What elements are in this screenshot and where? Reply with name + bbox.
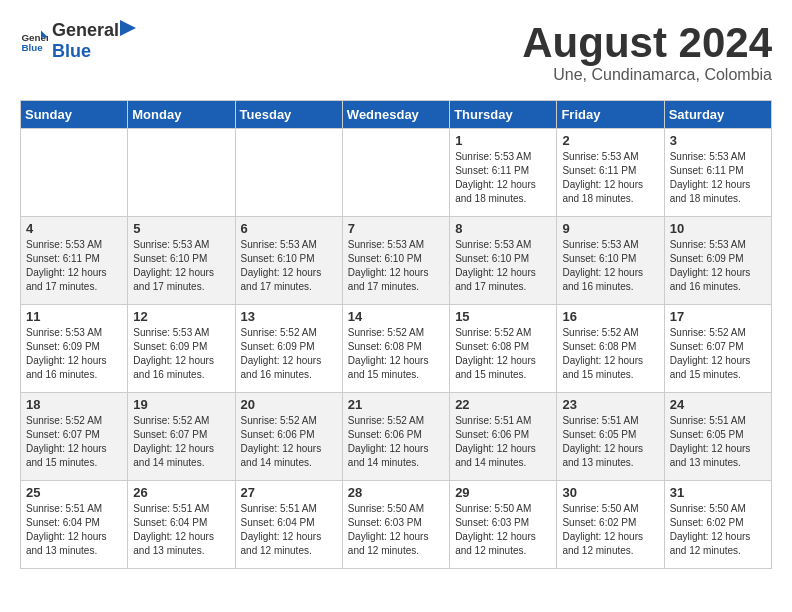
day-number: 29 <box>455 485 551 500</box>
main-title: August 2024 <box>522 20 772 66</box>
day-number: 27 <box>241 485 337 500</box>
day-info: Sunrise: 5:53 AM Sunset: 6:10 PM Dayligh… <box>241 238 337 294</box>
day-info: Sunrise: 5:52 AM Sunset: 6:08 PM Dayligh… <box>348 326 444 382</box>
day-info: Sunrise: 5:53 AM Sunset: 6:10 PM Dayligh… <box>562 238 658 294</box>
calendar-day-cell: 30Sunrise: 5:50 AM Sunset: 6:02 PM Dayli… <box>557 481 664 569</box>
day-info: Sunrise: 5:51 AM Sunset: 6:04 PM Dayligh… <box>133 502 229 558</box>
day-number: 1 <box>455 133 551 148</box>
calendar-day-cell <box>235 129 342 217</box>
calendar-day-cell: 13Sunrise: 5:52 AM Sunset: 6:09 PM Dayli… <box>235 305 342 393</box>
day-of-week-header: Wednesday <box>342 101 449 129</box>
calendar-day-cell: 4Sunrise: 5:53 AM Sunset: 6:11 PM Daylig… <box>21 217 128 305</box>
calendar-week-row: 1Sunrise: 5:53 AM Sunset: 6:11 PM Daylig… <box>21 129 772 217</box>
day-info: Sunrise: 5:51 AM Sunset: 6:04 PM Dayligh… <box>26 502 122 558</box>
calendar-week-row: 18Sunrise: 5:52 AM Sunset: 6:07 PM Dayli… <box>21 393 772 481</box>
day-number: 9 <box>562 221 658 236</box>
day-info: Sunrise: 5:53 AM Sunset: 6:11 PM Dayligh… <box>562 150 658 206</box>
calendar-day-cell: 26Sunrise: 5:51 AM Sunset: 6:04 PM Dayli… <box>128 481 235 569</box>
day-number: 18 <box>26 397 122 412</box>
day-of-week-header: Monday <box>128 101 235 129</box>
day-info: Sunrise: 5:52 AM Sunset: 6:06 PM Dayligh… <box>241 414 337 470</box>
calendar-header: SundayMondayTuesdayWednesdayThursdayFrid… <box>21 101 772 129</box>
day-info: Sunrise: 5:52 AM Sunset: 6:09 PM Dayligh… <box>241 326 337 382</box>
calendar-day-cell: 25Sunrise: 5:51 AM Sunset: 6:04 PM Dayli… <box>21 481 128 569</box>
logo-triangle-icon <box>120 20 136 36</box>
day-info: Sunrise: 5:53 AM Sunset: 6:09 PM Dayligh… <box>670 238 766 294</box>
calendar-day-cell <box>21 129 128 217</box>
calendar-day-cell: 9Sunrise: 5:53 AM Sunset: 6:10 PM Daylig… <box>557 217 664 305</box>
day-info: Sunrise: 5:51 AM Sunset: 6:06 PM Dayligh… <box>455 414 551 470</box>
day-of-week-header: Saturday <box>664 101 771 129</box>
day-info: Sunrise: 5:53 AM Sunset: 6:11 PM Dayligh… <box>670 150 766 206</box>
calendar-day-cell: 7Sunrise: 5:53 AM Sunset: 6:10 PM Daylig… <box>342 217 449 305</box>
day-number: 23 <box>562 397 658 412</box>
day-info: Sunrise: 5:50 AM Sunset: 6:02 PM Dayligh… <box>670 502 766 558</box>
calendar-day-cell: 18Sunrise: 5:52 AM Sunset: 6:07 PM Dayli… <box>21 393 128 481</box>
logo-general-text: General <box>52 20 119 41</box>
day-info: Sunrise: 5:51 AM Sunset: 6:04 PM Dayligh… <box>241 502 337 558</box>
calendar-day-cell: 23Sunrise: 5:51 AM Sunset: 6:05 PM Dayli… <box>557 393 664 481</box>
day-info: Sunrise: 5:50 AM Sunset: 6:02 PM Dayligh… <box>562 502 658 558</box>
calendar-day-cell: 17Sunrise: 5:52 AM Sunset: 6:07 PM Dayli… <box>664 305 771 393</box>
page-header: General Blue General Blue August 2024 Un… <box>20 20 772 84</box>
day-number: 5 <box>133 221 229 236</box>
day-info: Sunrise: 5:51 AM Sunset: 6:05 PM Dayligh… <box>562 414 658 470</box>
calendar-week-row: 11Sunrise: 5:53 AM Sunset: 6:09 PM Dayli… <box>21 305 772 393</box>
calendar-day-cell: 21Sunrise: 5:52 AM Sunset: 6:06 PM Dayli… <box>342 393 449 481</box>
day-info: Sunrise: 5:53 AM Sunset: 6:10 PM Dayligh… <box>455 238 551 294</box>
calendar-day-cell: 31Sunrise: 5:50 AM Sunset: 6:02 PM Dayli… <box>664 481 771 569</box>
calendar-day-cell: 10Sunrise: 5:53 AM Sunset: 6:09 PM Dayli… <box>664 217 771 305</box>
day-number: 13 <box>241 309 337 324</box>
day-info: Sunrise: 5:52 AM Sunset: 6:08 PM Dayligh… <box>455 326 551 382</box>
day-info: Sunrise: 5:51 AM Sunset: 6:05 PM Dayligh… <box>670 414 766 470</box>
calendar-body: 1Sunrise: 5:53 AM Sunset: 6:11 PM Daylig… <box>21 129 772 569</box>
calendar-day-cell: 1Sunrise: 5:53 AM Sunset: 6:11 PM Daylig… <box>450 129 557 217</box>
day-of-week-header: Tuesday <box>235 101 342 129</box>
day-info: Sunrise: 5:53 AM Sunset: 6:10 PM Dayligh… <box>133 238 229 294</box>
calendar-day-cell: 11Sunrise: 5:53 AM Sunset: 6:09 PM Dayli… <box>21 305 128 393</box>
day-number: 12 <box>133 309 229 324</box>
calendar-day-cell: 14Sunrise: 5:52 AM Sunset: 6:08 PM Dayli… <box>342 305 449 393</box>
day-number: 4 <box>26 221 122 236</box>
calendar-day-cell: 15Sunrise: 5:52 AM Sunset: 6:08 PM Dayli… <box>450 305 557 393</box>
day-info: Sunrise: 5:52 AM Sunset: 6:08 PM Dayligh… <box>562 326 658 382</box>
day-number: 21 <box>348 397 444 412</box>
day-info: Sunrise: 5:53 AM Sunset: 6:09 PM Dayligh… <box>26 326 122 382</box>
title-area: August 2024 Une, Cundinamarca, Colombia <box>522 20 772 84</box>
calendar-day-cell: 22Sunrise: 5:51 AM Sunset: 6:06 PM Dayli… <box>450 393 557 481</box>
calendar-day-cell: 28Sunrise: 5:50 AM Sunset: 6:03 PM Dayli… <box>342 481 449 569</box>
calendar-day-cell: 8Sunrise: 5:53 AM Sunset: 6:10 PM Daylig… <box>450 217 557 305</box>
day-number: 17 <box>670 309 766 324</box>
calendar-day-cell: 3Sunrise: 5:53 AM Sunset: 6:11 PM Daylig… <box>664 129 771 217</box>
calendar-day-cell: 29Sunrise: 5:50 AM Sunset: 6:03 PM Dayli… <box>450 481 557 569</box>
day-info: Sunrise: 5:53 AM Sunset: 6:11 PM Dayligh… <box>455 150 551 206</box>
calendar-day-cell <box>128 129 235 217</box>
day-number: 26 <box>133 485 229 500</box>
calendar-day-cell: 12Sunrise: 5:53 AM Sunset: 6:09 PM Dayli… <box>128 305 235 393</box>
calendar-table: SundayMondayTuesdayWednesdayThursdayFrid… <box>20 100 772 569</box>
day-number: 8 <box>455 221 551 236</box>
logo-blue-text: Blue <box>52 41 137 62</box>
day-info: Sunrise: 5:52 AM Sunset: 6:06 PM Dayligh… <box>348 414 444 470</box>
calendar-day-cell: 5Sunrise: 5:53 AM Sunset: 6:10 PM Daylig… <box>128 217 235 305</box>
day-number: 24 <box>670 397 766 412</box>
day-number: 16 <box>562 309 658 324</box>
day-number: 19 <box>133 397 229 412</box>
day-of-week-header: Sunday <box>21 101 128 129</box>
day-number: 7 <box>348 221 444 236</box>
calendar-day-cell: 6Sunrise: 5:53 AM Sunset: 6:10 PM Daylig… <box>235 217 342 305</box>
day-info: Sunrise: 5:50 AM Sunset: 6:03 PM Dayligh… <box>348 502 444 558</box>
day-number: 10 <box>670 221 766 236</box>
day-number: 31 <box>670 485 766 500</box>
day-info: Sunrise: 5:53 AM Sunset: 6:10 PM Dayligh… <box>348 238 444 294</box>
day-number: 11 <box>26 309 122 324</box>
day-number: 15 <box>455 309 551 324</box>
subtitle: Une, Cundinamarca, Colombia <box>522 66 772 84</box>
calendar-day-cell: 19Sunrise: 5:52 AM Sunset: 6:07 PM Dayli… <box>128 393 235 481</box>
day-number: 6 <box>241 221 337 236</box>
day-number: 22 <box>455 397 551 412</box>
logo: General Blue General Blue <box>20 20 137 62</box>
svg-marker-3 <box>120 20 136 36</box>
day-number: 28 <box>348 485 444 500</box>
day-info: Sunrise: 5:50 AM Sunset: 6:03 PM Dayligh… <box>455 502 551 558</box>
